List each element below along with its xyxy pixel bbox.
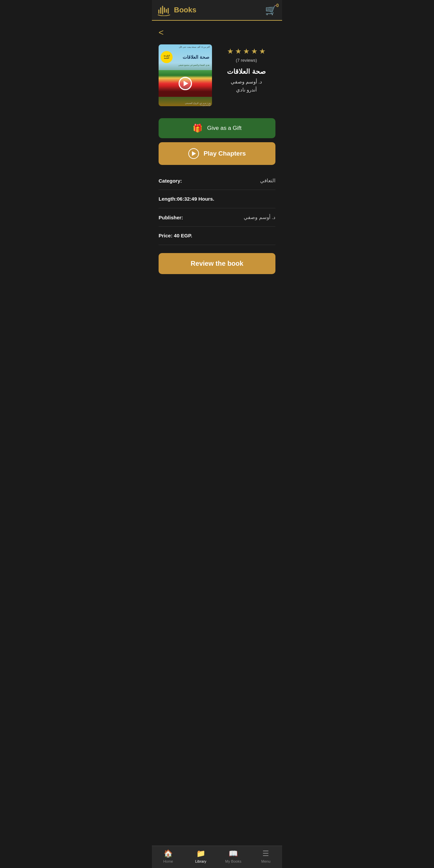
gift-button-label: Give as a Gift [207, 125, 242, 131]
cover-top-text: أكثر من ١٤ ألف نسخة بيعت حتى الآن [179, 46, 210, 48]
star-2: ★ [235, 47, 242, 56]
cover-author-bottom: أوسم وردنا [200, 103, 211, 106]
category-row: Category: التعافي [159, 172, 275, 190]
play-btn-triangle-icon [192, 151, 196, 156]
book-cover[interactable]: أكثر من ١٤ ألف نسخة بيعت حتى الآن الطزجة… [159, 44, 212, 106]
star-5: ★ [259, 47, 266, 56]
cover-badge: الطزجة الثامنة [161, 51, 173, 63]
price-label: Price: 40 EGP. [159, 233, 192, 238]
cart-container[interactable]: 0 🛒 [265, 5, 277, 16]
play-triangle-icon [184, 81, 188, 86]
book-section: أكثر من ١٤ ألف نسخة بيعت حتى الآن الطزجة… [152, 41, 282, 113]
length-label: Length:06:32:49 Hours. [159, 196, 214, 202]
app-header: Books 0 🛒 [152, 0, 282, 21]
header-title: Books [174, 6, 196, 14]
publisher-row: Publisher: د. أوسم وصفي [159, 208, 275, 227]
play-chapters-button[interactable]: Play Chapters [159, 142, 275, 165]
play-chapters-label: Play Chapters [204, 150, 246, 157]
header-left: Books [157, 4, 196, 16]
star-1: ★ [227, 47, 234, 56]
book-author-2: أندرو نادي [217, 87, 275, 93]
star-4: ★ [251, 47, 258, 56]
cover-play-button[interactable] [179, 77, 192, 90]
app-logo-icon [157, 4, 170, 16]
svg-rect-3 [164, 7, 165, 13]
cover-flowers [159, 70, 212, 97]
book-info: ★ ★ ★ ★ ★ (7 reviews) صحة العلاقات د. أو… [217, 44, 275, 93]
book-author-1: د. أوسم وصفي [217, 79, 275, 85]
svg-rect-5 [167, 8, 168, 14]
svg-rect-2 [162, 6, 163, 14]
review-button-label: Review the book [191, 260, 243, 267]
cart-icon: 🛒 [265, 5, 277, 16]
publisher-label: Publisher: [159, 215, 183, 220]
reviews-count: (7 reviews) [217, 58, 275, 63]
length-row: Length:06:32:49 Hours. [159, 190, 275, 208]
cart-badge: 0 [276, 3, 279, 8]
gift-icon: 🎁 [193, 124, 203, 133]
stars-row: ★ ★ ★ ★ ★ [217, 47, 275, 56]
svg-rect-1 [160, 7, 161, 14]
category-value: التعافي [260, 178, 275, 184]
back-button[interactable]: < [152, 21, 170, 41]
play-btn-circle-icon [188, 148, 199, 159]
review-button[interactable]: Review the book [159, 253, 275, 274]
bottom-spacer [152, 282, 282, 309]
publisher-value: د. أوسم وصفي [244, 214, 275, 220]
book-title: صحة العلاقات [217, 67, 275, 75]
star-3: ★ [243, 47, 250, 56]
gift-button[interactable]: 🎁 Give as a Gift [159, 118, 275, 138]
category-label: Category: [159, 178, 182, 184]
details-section: Category: التعافي Length:06:32:49 Hours.… [152, 172, 282, 245]
cover-title-text: صحة العلاقات [175, 54, 209, 60]
svg-rect-4 [166, 9, 167, 13]
svg-rect-0 [158, 9, 159, 14]
cover-subtitle-text: هدي الشفاء والنضو في مجتمع حقيقي [160, 64, 209, 66]
price-row: Price: 40 EGP. [159, 227, 275, 245]
